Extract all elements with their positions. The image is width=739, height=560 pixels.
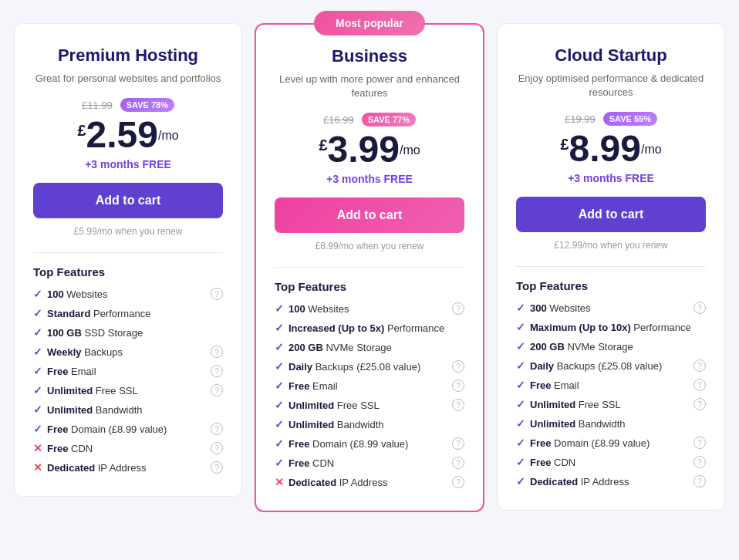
amount-business: 3.99: [328, 129, 400, 170]
features-title-cloud: Top Features: [516, 279, 706, 292]
info-icon[interactable]: ?: [211, 288, 223, 300]
pricing-row-cloud: £19.99SAVE 55%: [516, 112, 706, 126]
info-icon[interactable]: ?: [452, 437, 464, 450]
feature-text-premium-3: Weekly Backups: [47, 346, 123, 358]
check-icon: ✓: [33, 346, 42, 358]
add-to-cart-btn-business[interactable]: Add to cart: [275, 197, 464, 233]
divider-premium: [33, 252, 223, 253]
renew-note-premium: £5.99/mo when you renew: [33, 226, 223, 237]
plan-name-premium: Premium Hosting: [33, 46, 223, 66]
feature-text-premium-5: Unlimited Free SSL: [47, 385, 138, 396]
feature-item-premium-3: ✓Weekly Backups?: [33, 346, 223, 358]
feature-left-premium-3: ✓Weekly Backups: [33, 346, 211, 358]
add-to-cart-btn-premium[interactable]: Add to cart: [33, 183, 223, 218]
feature-left-premium-8: ✕Free CDN: [33, 442, 211, 454]
check-icon: ✓: [275, 399, 284, 411]
info-icon[interactable]: ?: [693, 359, 706, 372]
cross-icon: ✕: [275, 476, 284, 488]
feature-text-premium-0: 100 Websites: [47, 288, 108, 300]
feature-item-business-3: ✓Daily Backups (£25.08 value)?: [275, 360, 464, 373]
feature-item-cloud-4: ✓Free Email?: [516, 379, 706, 391]
info-icon[interactable]: ?: [211, 346, 223, 358]
check-icon: ✓: [33, 326, 42, 339]
feature-text-business-5: Unlimited Free SSL: [289, 400, 380, 411]
feature-item-business-5: ✓Unlimited Free SSL?: [275, 399, 464, 411]
features-title-premium: Top Features: [33, 265, 223, 278]
plan-desc-premium: Great for personal websites and portfoli…: [33, 72, 223, 86]
info-icon[interactable]: ?: [211, 461, 223, 474]
feature-item-premium-0: ✓100 Websites?: [33, 288, 223, 300]
currency-cloud: £: [560, 136, 569, 153]
feature-left-premium-0: ✓100 Websites: [33, 288, 211, 300]
amount-cloud: 8.99: [569, 128, 641, 169]
pricing-row-premium: £11.99SAVE 78%: [33, 98, 223, 112]
info-icon[interactable]: ?: [452, 457, 464, 469]
info-icon[interactable]: ?: [693, 437, 706, 449]
check-icon: ✓: [275, 380, 284, 392]
pricing-row-business: £16.99SAVE 77%: [275, 113, 464, 127]
check-icon: ✓: [516, 417, 525, 430]
price-display-business: £3.99/mo: [275, 131, 464, 168]
feature-item-premium-5: ✓Unlimited Free SSL?: [33, 384, 223, 396]
feature-item-business-4: ✓Free Email?: [275, 380, 464, 392]
free-months-business: +3 months FREE: [275, 173, 464, 185]
info-icon[interactable]: ?: [452, 302, 464, 315]
feature-left-premium-1: ✓Standard Performance: [33, 307, 223, 319]
plan-card-premium: Premium HostingGreat for personal websit…: [14, 23, 242, 497]
feature-item-business-8: ✓Free CDN?: [275, 457, 464, 469]
period-premium: /mo: [158, 129, 179, 142]
divider-business: [275, 267, 464, 268]
feature-text-business-2: 200 GB NVMe Storage: [289, 342, 392, 353]
period-cloud: /mo: [641, 143, 662, 157]
feature-item-cloud-1: ✓Maximum (Up to 10x) Performance: [516, 321, 706, 333]
check-icon: ✓: [275, 302, 284, 315]
check-icon: ✓: [516, 456, 525, 468]
check-icon: ✓: [275, 341, 284, 353]
add-to-cart-btn-cloud[interactable]: Add to cart: [516, 197, 706, 232]
info-icon[interactable]: ?: [693, 379, 706, 391]
info-icon[interactable]: ?: [693, 456, 706, 468]
feature-text-business-6: Unlimited Bandwidth: [289, 419, 384, 430]
save-badge-business: SAVE 77%: [362, 113, 416, 127]
feature-left-business-5: ✓Unlimited Free SSL: [275, 399, 452, 411]
info-icon[interactable]: ?: [452, 360, 464, 373]
plan-name-business: Business: [275, 46, 464, 66]
price-display-cloud: £8.99/mo: [516, 130, 706, 167]
feature-left-premium-4: ✓Free Email: [33, 365, 211, 377]
info-icon[interactable]: ?: [211, 442, 223, 454]
feature-item-premium-1: ✓Standard Performance: [33, 307, 223, 319]
feature-text-premium-1: Standard Performance: [47, 308, 150, 319]
info-icon[interactable]: ?: [211, 423, 223, 435]
info-icon[interactable]: ?: [452, 380, 464, 392]
feature-left-cloud-5: ✓Unlimited Free SSL: [516, 398, 693, 410]
check-icon: ✓: [275, 322, 284, 334]
pricing-container: Premium HostingGreat for personal websit…: [8, 23, 731, 512]
info-icon[interactable]: ?: [211, 365, 223, 377]
original-price-premium: £11.99: [82, 100, 113, 111]
plan-card-cloud: Cloud StartupEnjoy optimised performance…: [497, 23, 725, 511]
feature-left-cloud-0: ✓300 Websites: [516, 302, 693, 314]
save-badge-cloud: SAVE 55%: [603, 112, 657, 126]
feature-left-premium-5: ✓Unlimited Free SSL: [33, 384, 211, 396]
info-icon[interactable]: ?: [452, 399, 464, 411]
feature-item-cloud-6: ✓Unlimited Bandwidth: [516, 417, 706, 430]
info-icon[interactable]: ?: [452, 476, 464, 488]
most-popular-badge: Most popular: [314, 11, 425, 35]
feature-text-cloud-7: Free Domain (£8.99 value): [530, 437, 650, 449]
info-icon[interactable]: ?: [211, 384, 223, 396]
feature-left-cloud-2: ✓200 GB NVMe Storage: [516, 340, 706, 353]
check-icon: ✓: [275, 360, 284, 373]
feature-item-business-2: ✓200 GB NVMe Storage: [275, 341, 464, 353]
info-icon[interactable]: ?: [693, 302, 706, 314]
feature-text-premium-9: Dedicated IP Address: [47, 462, 146, 474]
info-icon[interactable]: ?: [693, 398, 706, 410]
feature-text-business-0: 100 Websites: [289, 303, 349, 315]
feature-item-cloud-2: ✓200 GB NVMe Storage: [516, 340, 706, 353]
feature-text-cloud-0: 300 Websites: [530, 302, 591, 314]
feature-text-cloud-1: Maximum (Up to 10x) Performance: [530, 322, 691, 333]
feature-text-cloud-8: Free CDN: [530, 457, 575, 468]
info-icon[interactable]: ?: [693, 475, 706, 487]
feature-text-business-4: Free Email: [289, 380, 338, 392]
original-price-cloud: £19.99: [565, 113, 596, 125]
check-icon: ✓: [33, 307, 42, 319]
